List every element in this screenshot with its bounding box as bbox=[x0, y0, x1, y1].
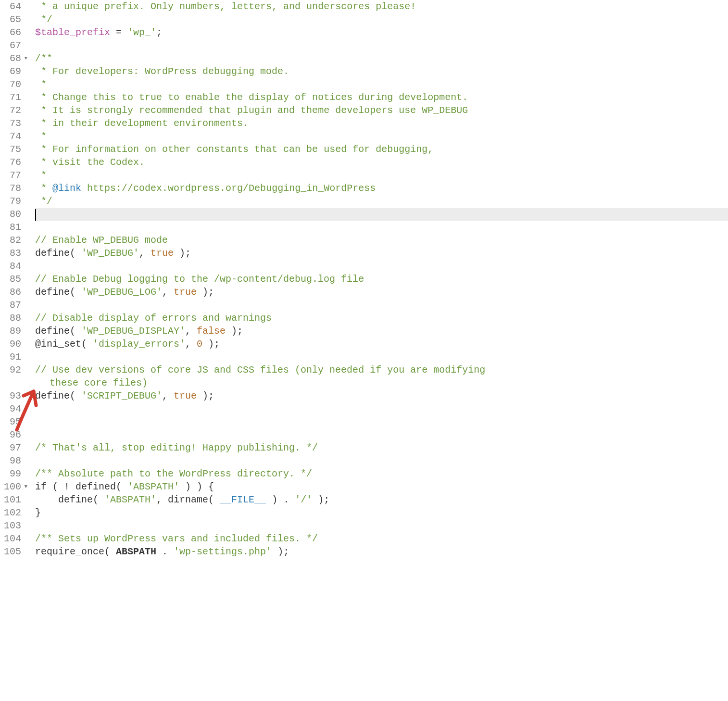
code-line[interactable]: * a unique prefix. Only numbers, letters… bbox=[35, 0, 728, 13]
code-line[interactable]: /** Sets up WordPress vars and included … bbox=[35, 532, 728, 545]
code-token: $table_prefix bbox=[35, 27, 110, 38]
line-number: 76 bbox=[4, 156, 27, 169]
code-token: 'wp-settings.php' bbox=[174, 546, 272, 557]
code-token: '/' bbox=[295, 494, 312, 505]
code-line[interactable]: * For information on other constants tha… bbox=[35, 143, 728, 156]
code-line[interactable] bbox=[35, 299, 728, 312]
code-token: , bbox=[185, 338, 197, 350]
line-number-gutter: 6465666768▼69707172737475767778798081828… bbox=[0, 0, 32, 558]
code-token: true bbox=[174, 390, 197, 401]
code-line[interactable]: // Disable display of errors and warning… bbox=[35, 312, 728, 325]
code-token: * a unique prefix. Only numbers, letters… bbox=[35, 1, 416, 12]
code-line[interactable]: define( 'WP_DEBUG_DISPLAY', false ); bbox=[35, 325, 728, 338]
code-line[interactable] bbox=[35, 519, 728, 532]
code-token: 0 bbox=[197, 338, 202, 350]
line-number: 104 bbox=[4, 532, 27, 545]
code-token: ); bbox=[197, 390, 214, 401]
fold-toggle-icon[interactable]: ▼ bbox=[23, 483, 27, 490]
line-number: 79 bbox=[4, 195, 27, 208]
code-token: , bbox=[162, 390, 174, 401]
code-token: 'wp_' bbox=[127, 27, 156, 38]
line-number: 96 bbox=[4, 428, 27, 441]
code-line[interactable]: * It is strongly recommended that plugin… bbox=[35, 104, 728, 117]
line-number: 91 bbox=[4, 350, 27, 363]
code-token: , bbox=[185, 325, 197, 337]
code-token: true bbox=[151, 248, 174, 259]
code-line[interactable]: * For developers: WordPress debugging mo… bbox=[35, 65, 728, 78]
code-area[interactable]: * a unique prefix. Only numbers, letters… bbox=[32, 0, 728, 558]
code-line[interactable] bbox=[35, 221, 728, 234]
code-line[interactable]: require_once( ABSPATH . 'wp-settings.php… bbox=[35, 545, 728, 558]
code-line[interactable]: } bbox=[35, 506, 728, 519]
line-number: 105 bbox=[4, 545, 27, 558]
line-number: 86 bbox=[4, 286, 27, 299]
line-number: 98 bbox=[4, 454, 27, 467]
code-line[interactable]: /** Absolute path to the WordPress direc… bbox=[35, 467, 728, 480]
code-token: if ( ! defined( bbox=[35, 481, 127, 492]
code-line[interactable]: // Enable Debug logging to the /wp-conte… bbox=[35, 273, 728, 286]
line-number: 89 bbox=[4, 325, 27, 338]
line-number: 97 bbox=[4, 441, 27, 454]
code-line[interactable]: if ( ! defined( 'ABSPATH' ) ) { bbox=[35, 480, 728, 493]
code-token: /** Sets up WordPress vars and included … bbox=[35, 533, 318, 544]
code-line[interactable]: * @link https://codex.wordpress.org/Debu… bbox=[35, 182, 728, 195]
code-token: true bbox=[174, 287, 197, 298]
code-token: * For developers: WordPress debugging mo… bbox=[35, 66, 289, 77]
code-token: * It is strongly recommended that plugin… bbox=[35, 105, 468, 116]
code-line[interactable]: * Change this to true to enable the disp… bbox=[35, 91, 728, 104]
code-token: 'WP_DEBUG_DISPLAY' bbox=[81, 325, 185, 337]
code-line[interactable] bbox=[35, 39, 728, 52]
code-token: * Change this to true to enable the disp… bbox=[35, 92, 468, 103]
line-number: 64 bbox=[4, 0, 27, 13]
code-token: ) ) { bbox=[179, 481, 214, 492]
code-token: 'ABSPATH' bbox=[104, 494, 156, 505]
code-line[interactable]: define( 'ABSPATH', dirname( __FILE__ ) .… bbox=[35, 493, 728, 506]
code-token: /* That's all, stop editing! Happy publi… bbox=[35, 442, 318, 453]
fold-toggle-icon[interactable]: ▼ bbox=[23, 55, 27, 62]
line-number: 88 bbox=[4, 312, 27, 325]
code-line[interactable]: define( 'WP_DEBUG_LOG', true ); bbox=[35, 286, 728, 299]
code-line[interactable]: $table_prefix = 'wp_'; bbox=[35, 26, 728, 39]
line-number: 84 bbox=[4, 260, 27, 273]
code-line[interactable]: define( 'SCRIPT_DEBUG', true ); bbox=[35, 389, 728, 402]
code-line[interactable] bbox=[35, 415, 728, 428]
code-line[interactable] bbox=[35, 402, 728, 415]
line-number: 73 bbox=[4, 117, 27, 130]
code-line[interactable]: define( 'WP_DEBUG', true ); bbox=[35, 247, 728, 260]
code-token: * bbox=[35, 131, 47, 142]
line-number: 81 bbox=[4, 221, 27, 234]
code-token: = bbox=[110, 27, 127, 38]
code-line[interactable]: */ bbox=[35, 195, 728, 208]
code-token: */ bbox=[35, 196, 52, 207]
code-line[interactable]: these core files) bbox=[35, 376, 728, 389]
code-line[interactable] bbox=[35, 260, 728, 273]
code-line[interactable]: * bbox=[35, 78, 728, 91]
code-token: * in their development environments. bbox=[35, 118, 249, 129]
code-line[interactable]: @ini_set( 'display_errors', 0 ); bbox=[35, 338, 728, 350]
code-line[interactable] bbox=[35, 428, 728, 441]
code-token: __FILE__ bbox=[220, 494, 266, 505]
code-editor[interactable]: 6465666768▼69707172737475767778798081828… bbox=[0, 0, 728, 558]
code-line[interactable]: * bbox=[35, 169, 728, 182]
line-number bbox=[4, 376, 27, 389]
code-line[interactable] bbox=[35, 454, 728, 467]
code-line[interactable]: // Enable WP_DEBUG mode bbox=[35, 234, 728, 247]
code-token: * bbox=[35, 170, 47, 181]
code-line[interactable]: */ bbox=[35, 13, 728, 26]
code-line[interactable]: * visit the Codex. bbox=[35, 156, 728, 169]
code-line[interactable]: // Use dev versions of core JS and CSS f… bbox=[35, 363, 728, 376]
code-line[interactable]: /** bbox=[35, 52, 728, 65]
line-number: 78 bbox=[4, 182, 27, 195]
code-token: } bbox=[35, 507, 41, 518]
line-number: 75 bbox=[4, 143, 27, 156]
code-token: ; bbox=[156, 27, 162, 38]
code-token: ); bbox=[226, 325, 243, 337]
code-line[interactable]: * bbox=[35, 130, 728, 143]
code-line[interactable]: /* That's all, stop editing! Happy publi… bbox=[35, 441, 728, 454]
code-line[interactable] bbox=[35, 208, 728, 221]
code-token: , dirname( bbox=[156, 494, 220, 505]
code-token: * visit the Codex. bbox=[35, 157, 145, 168]
code-line[interactable] bbox=[35, 350, 728, 363]
line-number: 83 bbox=[4, 247, 27, 260]
code-line[interactable]: * in their development environments. bbox=[35, 117, 728, 130]
